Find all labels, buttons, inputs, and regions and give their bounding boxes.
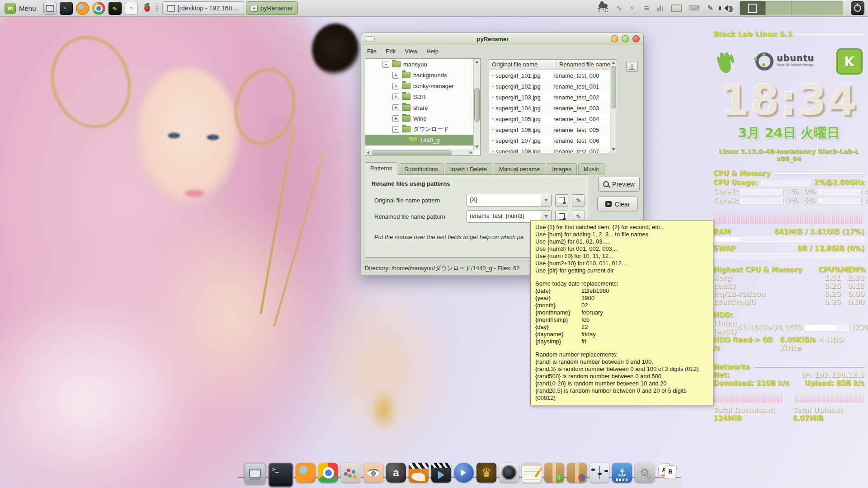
cpu-pulse-icon[interactable]: ∿ [616, 5, 622, 12]
column-renamed[interactable]: Renamed file name [557, 60, 617, 70]
signal-widget-icon[interactable]: ∩ [125, 2, 138, 15]
text-editor-icon[interactable] [522, 463, 542, 483]
scroll-down-icon[interactable] [475, 145, 479, 148]
list-vertical-scrollbar[interactable] [610, 60, 617, 153]
table-row[interactable]: supergirl_102.jpgrename_test_001 [489, 81, 617, 92]
pattern-copy-button[interactable] [555, 194, 568, 206]
menu-lines-icon[interactable]: ≡ [644, 5, 650, 12]
pyrenamer-ab-icon[interactable]: AB➜ [657, 463, 677, 483]
expander-icon[interactable]: + [392, 83, 399, 89]
maximize-button[interactable] [622, 35, 629, 42]
chrome-icon[interactable] [318, 463, 338, 483]
clear-button[interactable]: × Clear [597, 197, 638, 211]
table-row[interactable]: supergirl_108.jpgrename_test_007 [489, 146, 617, 153]
keyboard-icon[interactable]: ⌨ [689, 5, 700, 12]
titlebar[interactable]: pyRenamer [361, 33, 643, 45]
tree-item-sdr[interactable]: + SDR [365, 91, 474, 102]
computer-icon[interactable] [43, 2, 57, 15]
workspace-2[interactable] [766, 1, 792, 15]
package-manager-icon[interactable] [567, 463, 587, 483]
raspberry-pi-icon[interactable] [141, 2, 153, 14]
workspace-switcher[interactable] [740, 1, 843, 15]
video-editor-icon[interactable] [431, 463, 451, 483]
bar-chart-icon[interactable] [657, 5, 663, 11]
oscilloscope-icon[interactable]: ∿ [108, 2, 122, 15]
openshot-icon[interactable] [409, 463, 429, 483]
table-row[interactable]: supergirl_105.jpgrename_test_004 [489, 113, 617, 124]
scroll-right-icon[interactable] [470, 151, 472, 155]
table-row[interactable]: supergirl_103.jpgrename_test_002 [489, 92, 617, 103]
tab-music[interactable]: Music [578, 163, 604, 175]
original-pattern-combo[interactable]: {X} [467, 194, 552, 206]
eye-viewer-icon[interactable] [363, 463, 383, 483]
system-gears-icon[interactable]: ⚙⚙ [635, 463, 655, 483]
menu-help[interactable]: Help [422, 47, 443, 56]
tree-item-share[interactable]: + share [365, 102, 474, 113]
menu-button[interactable]: lm Menu [0, 0, 41, 16]
window-menu-button[interactable] [365, 36, 375, 42]
table-row[interactable]: supergirl_104.jpgrename_test_003 [489, 103, 617, 113]
preview-button[interactable]: Preview [598, 177, 640, 192]
package-installer-icon[interactable]: ↓ [544, 463, 564, 483]
chrome-icon[interactable] [92, 2, 105, 15]
tab-substitutions[interactable]: Substitutions [399, 163, 443, 175]
tree-item-conky-manager[interactable]: + conky-manager [365, 80, 474, 91]
tab-patterns[interactable]: Patterns [365, 162, 397, 175]
docky-anchor-icon[interactable]: ⚓ [612, 463, 632, 483]
close-button[interactable] [632, 35, 640, 42]
tab-insert-delete[interactable]: Insert / Delete [445, 163, 492, 175]
scroll-up-icon[interactable] [475, 61, 479, 63]
terminal-icon[interactable]: >_ [269, 463, 293, 487]
tree-item-backgrounds[interactable]: + backgrounds [365, 70, 474, 80]
tab-manual-rename[interactable]: Manual rename [494, 163, 545, 175]
power-button[interactable] [851, 1, 864, 15]
amarok-icon[interactable]: a [386, 463, 406, 483]
screenshot-icon[interactable] [671, 5, 682, 12]
camera-lens-icon[interactable] [499, 463, 519, 483]
weather-applet[interactable]: 7 °C [598, 4, 608, 13]
scroll-up-icon[interactable] [612, 61, 615, 64]
tree-horizontal-scrollbar[interactable] [365, 150, 474, 155]
gold-crest-icon[interactable]: ♛ [476, 463, 496, 483]
list-options-button[interactable] [626, 61, 638, 72]
tab-images[interactable]: Images [547, 163, 577, 175]
gimp-icon[interactable] [341, 463, 361, 483]
expander-icon[interactable]: + [392, 115, 399, 122]
pattern-edit-button[interactable]: ✎ [572, 194, 585, 206]
menu-view[interactable]: View [401, 47, 421, 56]
volume-icon[interactable]: ))) [721, 5, 732, 12]
table-row[interactable]: supergirl_107.jpgrename_test_006 [489, 135, 617, 146]
expander-icon[interactable]: - [392, 126, 399, 133]
expander-icon[interactable]: + [392, 94, 399, 100]
tree-item-mansyuu[interactable]: - mansyuu [365, 59, 474, 70]
stylus-icon[interactable]: ✎ [708, 5, 713, 12]
terminal-prompt-icon[interactable]: >_ [630, 5, 637, 12]
tree-item-wine[interactable]: + Wine [365, 113, 474, 124]
tree-vertical-scrollbar[interactable] [473, 59, 480, 150]
workspace-3[interactable] [792, 1, 817, 15]
expander-icon[interactable]: + [392, 72, 399, 79]
table-row[interactable]: supergirl_106.jpgrename_test_005 [489, 124, 617, 135]
taskbar-item-pyrenamer[interactable]: A pyRenamer [246, 1, 298, 15]
firefox-icon[interactable] [296, 463, 316, 483]
scroll-left-icon[interactable] [367, 151, 369, 155]
scroll-down-icon[interactable] [612, 148, 615, 151]
tree-item-1440g-selected[interactable]: 1440_g [365, 135, 474, 145]
workspace-4[interactable] [817, 1, 843, 15]
movie-player-icon[interactable] [454, 463, 474, 483]
dropdown-button[interactable] [541, 194, 551, 206]
minimize-button[interactable] [611, 35, 618, 42]
taskbar-item-rdesktop[interactable]: [rdesktop - 192.168.... [162, 1, 244, 15]
display-icon[interactable] [244, 463, 266, 484]
audio-mixer-icon[interactable] [590, 463, 609, 483]
workspace-1[interactable] [740, 1, 766, 15]
firefox-icon[interactable] [76, 2, 89, 15]
menu-file[interactable]: File [363, 47, 381, 56]
terminal-icon[interactable]: >_ [60, 2, 73, 15]
column-original[interactable]: Original file name [489, 60, 557, 70]
expander-icon[interactable]: + [392, 104, 399, 111]
menu-edit[interactable]: Edit [382, 47, 400, 56]
tree-item-downloads[interactable]: - ダウンロード [365, 124, 474, 135]
expander-icon[interactable]: - [382, 61, 389, 68]
table-row[interactable]: supergirl_101.jpgrename_test_000 [489, 70, 617, 81]
